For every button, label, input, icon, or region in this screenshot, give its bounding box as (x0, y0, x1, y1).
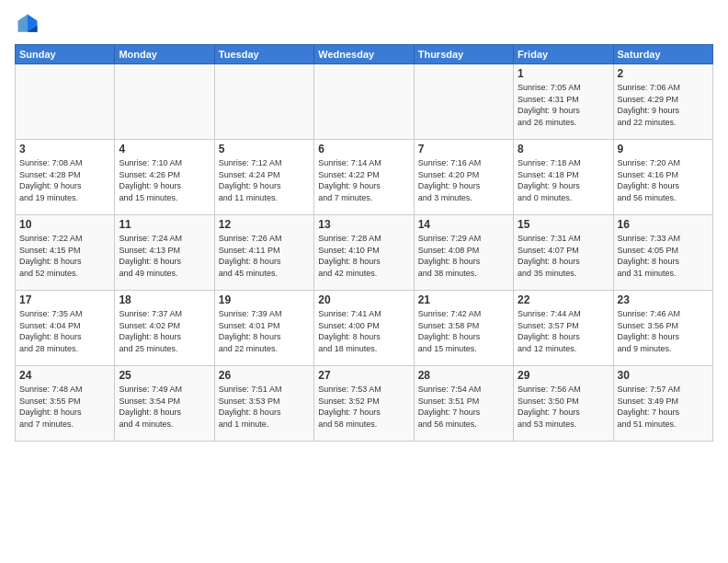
week-row: 17Sunrise: 7:35 AM Sunset: 4:04 PM Dayli… (16, 291, 713, 366)
calendar-cell: 5Sunrise: 7:12 AM Sunset: 4:24 PM Daylig… (214, 140, 313, 215)
day-info: Sunrise: 7:06 AM Sunset: 4:29 PM Dayligh… (618, 82, 709, 128)
day-info: Sunrise: 7:53 AM Sunset: 3:52 PM Dayligh… (318, 384, 409, 430)
day-info: Sunrise: 7:54 AM Sunset: 3:51 PM Dayligh… (418, 384, 509, 430)
calendar-cell: 4Sunrise: 7:10 AM Sunset: 4:26 PM Daylig… (115, 140, 214, 215)
day-number: 11 (119, 218, 210, 231)
calendar-cell (214, 64, 313, 140)
day-info: Sunrise: 7:18 AM Sunset: 4:18 PM Dayligh… (518, 157, 609, 203)
day-number: 20 (318, 293, 409, 306)
day-number: 6 (318, 143, 409, 155)
day-info: Sunrise: 7:12 AM Sunset: 4:24 PM Dayligh… (219, 157, 310, 203)
day-info: Sunrise: 7:42 AM Sunset: 3:58 PM Dayligh… (418, 308, 509, 354)
calendar-cell: 13Sunrise: 7:28 AM Sunset: 4:10 PM Dayli… (314, 215, 414, 291)
day-info: Sunrise: 7:37 AM Sunset: 4:02 PM Dayligh… (119, 308, 210, 354)
day-info: Sunrise: 7:41 AM Sunset: 4:00 PM Dayligh… (318, 308, 409, 354)
day-number: 1 (518, 67, 609, 80)
day-info: Sunrise: 7:33 AM Sunset: 4:05 PM Dayligh… (618, 233, 709, 279)
day-info: Sunrise: 7:57 AM Sunset: 3:49 PM Dayligh… (618, 384, 709, 430)
calendar-cell: 18Sunrise: 7:37 AM Sunset: 4:02 PM Dayli… (115, 291, 214, 366)
calendar-cell: 16Sunrise: 7:33 AM Sunset: 4:05 PM Dayli… (613, 215, 712, 291)
day-info: Sunrise: 7:51 AM Sunset: 3:53 PM Dayligh… (219, 384, 310, 430)
weekday-header-thursday: Thursday (414, 45, 513, 64)
day-info: Sunrise: 7:35 AM Sunset: 4:04 PM Dayligh… (19, 308, 110, 354)
day-info: Sunrise: 7:49 AM Sunset: 3:54 PM Dayligh… (119, 384, 210, 430)
weekday-row: SundayMondayTuesdayWednesdayThursdayFrid… (16, 45, 713, 64)
calendar-header: SundayMondayTuesdayWednesdayThursdayFrid… (16, 45, 713, 64)
calendar-cell: 9Sunrise: 7:20 AM Sunset: 4:16 PM Daylig… (613, 140, 712, 215)
weekday-header-monday: Monday (115, 45, 214, 64)
day-number: 10 (19, 218, 110, 231)
day-number: 26 (219, 369, 310, 382)
calendar-cell (16, 64, 115, 140)
week-row: 24Sunrise: 7:48 AM Sunset: 3:55 PM Dayli… (16, 366, 713, 442)
weekday-header-tuesday: Tuesday (214, 45, 313, 64)
calendar-cell: 23Sunrise: 7:46 AM Sunset: 3:56 PM Dayli… (613, 291, 712, 366)
week-row: 10Sunrise: 7:22 AM Sunset: 4:15 PM Dayli… (16, 215, 713, 291)
calendar-cell: 17Sunrise: 7:35 AM Sunset: 4:04 PM Dayli… (16, 291, 115, 366)
day-info: Sunrise: 7:08 AM Sunset: 4:28 PM Dayligh… (19, 157, 110, 203)
page: SundayMondayTuesdayWednesdayThursdayFrid… (0, 0, 728, 563)
calendar-cell: 26Sunrise: 7:51 AM Sunset: 3:53 PM Dayli… (214, 366, 313, 442)
day-number: 16 (618, 218, 709, 231)
calendar-cell: 29Sunrise: 7:56 AM Sunset: 3:50 PM Dayli… (514, 366, 613, 442)
day-number: 30 (618, 369, 709, 382)
day-info: Sunrise: 7:05 AM Sunset: 4:31 PM Dayligh… (518, 82, 609, 128)
calendar-cell: 24Sunrise: 7:48 AM Sunset: 3:55 PM Dayli… (16, 366, 115, 442)
weekday-header-wednesday: Wednesday (314, 45, 414, 64)
day-number: 15 (518, 218, 609, 231)
day-info: Sunrise: 7:29 AM Sunset: 4:08 PM Dayligh… (418, 233, 509, 279)
calendar-cell: 27Sunrise: 7:53 AM Sunset: 3:52 PM Dayli… (314, 366, 414, 442)
calendar-cell: 2Sunrise: 7:06 AM Sunset: 4:29 PM Daylig… (613, 64, 712, 140)
day-number: 9 (618, 143, 709, 155)
day-number: 2 (618, 67, 709, 80)
day-info: Sunrise: 7:28 AM Sunset: 4:10 PM Dayligh… (318, 233, 409, 279)
header (15, 11, 713, 37)
calendar-cell: 22Sunrise: 7:44 AM Sunset: 3:57 PM Dayli… (514, 291, 613, 366)
day-info: Sunrise: 7:46 AM Sunset: 3:56 PM Dayligh… (618, 308, 709, 354)
day-info: Sunrise: 7:22 AM Sunset: 4:15 PM Dayligh… (19, 233, 110, 279)
day-info: Sunrise: 7:31 AM Sunset: 4:07 PM Dayligh… (518, 233, 609, 279)
calendar-cell (115, 64, 214, 140)
calendar-cell: 11Sunrise: 7:24 AM Sunset: 4:13 PM Dayli… (115, 215, 214, 291)
day-info: Sunrise: 7:24 AM Sunset: 4:13 PM Dayligh… (119, 233, 210, 279)
day-number: 23 (618, 293, 709, 306)
day-info: Sunrise: 7:48 AM Sunset: 3:55 PM Dayligh… (19, 384, 110, 430)
calendar-cell: 1Sunrise: 7:05 AM Sunset: 4:31 PM Daylig… (514, 64, 613, 140)
day-number: 29 (518, 369, 609, 382)
day-number: 5 (219, 143, 310, 155)
logo (15, 11, 44, 37)
week-row: 1Sunrise: 7:05 AM Sunset: 4:31 PM Daylig… (16, 64, 713, 140)
calendar-cell: 12Sunrise: 7:26 AM Sunset: 4:11 PM Dayli… (214, 215, 313, 291)
day-number: 24 (19, 369, 110, 382)
day-number: 18 (119, 293, 210, 306)
calendar-cell: 7Sunrise: 7:16 AM Sunset: 4:20 PM Daylig… (414, 140, 513, 215)
day-number: 4 (119, 143, 210, 155)
calendar-cell (414, 64, 513, 140)
calendar-cell: 3Sunrise: 7:08 AM Sunset: 4:28 PM Daylig… (16, 140, 115, 215)
day-info: Sunrise: 7:16 AM Sunset: 4:20 PM Dayligh… (418, 157, 509, 203)
calendar-cell: 30Sunrise: 7:57 AM Sunset: 3:49 PM Dayli… (613, 366, 712, 442)
calendar-body: 1Sunrise: 7:05 AM Sunset: 4:31 PM Daylig… (16, 64, 713, 442)
day-number: 3 (19, 143, 110, 155)
day-number: 7 (418, 143, 509, 155)
weekday-header-saturday: Saturday (613, 45, 712, 64)
calendar-cell: 6Sunrise: 7:14 AM Sunset: 4:22 PM Daylig… (314, 140, 414, 215)
day-info: Sunrise: 7:20 AM Sunset: 4:16 PM Dayligh… (618, 157, 709, 203)
calendar-cell: 14Sunrise: 7:29 AM Sunset: 4:08 PM Dayli… (414, 215, 513, 291)
calendar-cell: 19Sunrise: 7:39 AM Sunset: 4:01 PM Dayli… (214, 291, 313, 366)
week-row: 3Sunrise: 7:08 AM Sunset: 4:28 PM Daylig… (16, 140, 713, 215)
calendar-cell: 10Sunrise: 7:22 AM Sunset: 4:15 PM Dayli… (16, 215, 115, 291)
day-number: 22 (518, 293, 609, 306)
day-info: Sunrise: 7:39 AM Sunset: 4:01 PM Dayligh… (219, 308, 310, 354)
day-info: Sunrise: 7:44 AM Sunset: 3:57 PM Dayligh… (518, 308, 609, 354)
calendar-cell: 20Sunrise: 7:41 AM Sunset: 4:00 PM Dayli… (314, 291, 414, 366)
calendar-cell: 15Sunrise: 7:31 AM Sunset: 4:07 PM Dayli… (514, 215, 613, 291)
day-number: 19 (219, 293, 310, 306)
weekday-header-friday: Friday (514, 45, 613, 64)
calendar-cell: 25Sunrise: 7:49 AM Sunset: 3:54 PM Dayli… (115, 366, 214, 442)
logo-icon (15, 11, 40, 37)
day-info: Sunrise: 7:14 AM Sunset: 4:22 PM Dayligh… (318, 157, 409, 203)
day-number: 17 (19, 293, 110, 306)
day-number: 8 (518, 143, 609, 155)
calendar-cell: 28Sunrise: 7:54 AM Sunset: 3:51 PM Dayli… (414, 366, 513, 442)
